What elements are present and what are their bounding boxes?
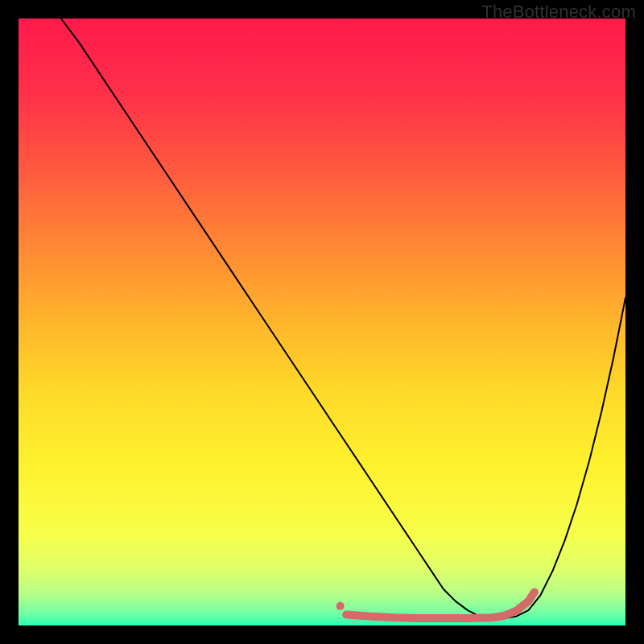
chart-stage: TheBottleneck.com <box>0 0 644 644</box>
svg-rect-0 <box>19 19 625 625</box>
background-gradient <box>19 19 625 625</box>
plot-area <box>19 19 625 625</box>
